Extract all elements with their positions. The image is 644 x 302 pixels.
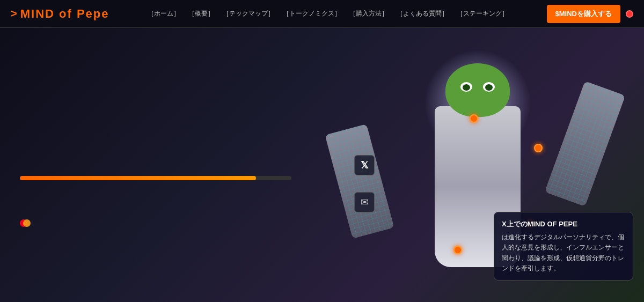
nav-item-how-to-buy[interactable]: ［購入方法］ <box>346 7 391 20</box>
logo-arrow-icon: > <box>11 8 18 20</box>
progress-bar <box>20 176 291 180</box>
nav-item-home[interactable]: ［ホーム］ <box>144 7 183 20</box>
pepe-pupil-right <box>485 84 493 91</box>
orange-dot-2 <box>534 144 543 152</box>
nav-item-overview[interactable]: ［概要］ <box>185 7 217 20</box>
logo: > MIND of Pepe <box>11 7 109 21</box>
twitter-x-icon[interactable]: 𝕏 <box>354 155 375 175</box>
header: > MIND of Pepe ［ホーム］ ［概要］ ［テックマップ］ ［トークノ… <box>0 0 644 28</box>
tooltip-body: は進化するデジタルパーソナリティで、個人的な意見を形成し、インフルエンサーと関わ… <box>502 232 625 274</box>
tooltip-title: X上でのMIND OF PEPE <box>502 219 625 230</box>
circuit-lines-right <box>545 80 625 206</box>
message-icon[interactable]: ✉ <box>354 192 375 212</box>
orange-dot-1 <box>470 114 478 123</box>
main-content: > AIエージェント 349% ステーキング報酬 [ $MIND：最高の仮想通貨… <box>0 28 644 302</box>
right-panel: 𝕏 ✉ X上でのMIND OF PEPE は進化するデジタルパーソナリティで、個… <box>311 28 644 302</box>
pepe-eye-right <box>483 82 495 92</box>
mastercard-icon <box>20 219 31 227</box>
nav-item-roadmap[interactable]: ［テックマップ］ <box>219 7 277 20</box>
circuit-lines-left <box>325 124 394 239</box>
nav-item-tokenomics[interactable]: ［トークノミクス］ <box>280 7 344 20</box>
live-indicator-dot <box>626 10 633 18</box>
nav: ［ホーム］ ［概要］ ［テックマップ］ ［トークノミクス］ ［購入方法］ ［よく… <box>144 7 511 20</box>
pepe-eyes <box>460 82 495 92</box>
pepe-eye-left <box>460 82 472 92</box>
robot-arm-right <box>545 80 625 206</box>
logo-text: MIND of Pepe <box>20 7 109 21</box>
pepe-head <box>445 63 510 117</box>
header-buy-button[interactable]: $MINDを購入する <box>547 5 620 23</box>
orange-dot-4 <box>453 246 462 254</box>
pepe-pupil-left <box>463 84 470 91</box>
robot-arm-left <box>325 124 394 239</box>
nav-item-faq[interactable]: ［よくある質問］ <box>393 7 451 20</box>
nav-item-staking[interactable]: ［ステーキング］ <box>453 7 511 20</box>
progress-bar-fill <box>20 176 256 180</box>
info-tooltip: X上でのMIND OF PEPE は進化するデジタルパーソナリティで、個人的な意… <box>494 212 633 281</box>
header-right: $MINDを購入する <box>547 5 633 23</box>
